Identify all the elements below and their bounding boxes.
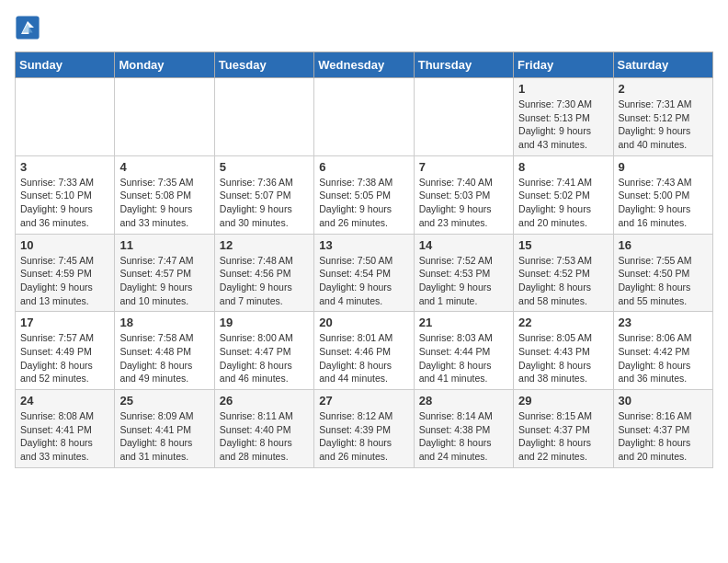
calendar-cell: 30Sunrise: 8:16 AM Sunset: 4:37 PM Dayli…: [613, 390, 712, 468]
day-number: 15: [518, 238, 608, 252]
day-number: 16: [619, 238, 708, 252]
day-info: Sunrise: 7:35 AM Sunset: 5:08 PM Dayligh…: [119, 176, 209, 230]
calendar-cell: 22Sunrise: 8:05 AM Sunset: 4:43 PM Dayli…: [514, 312, 613, 390]
day-number: 3: [20, 160, 109, 174]
day-number: 5: [220, 160, 309, 174]
calendar-cell: [16, 78, 115, 156]
day-info: Sunrise: 8:01 AM Sunset: 4:46 PM Dayligh…: [319, 331, 408, 385]
day-number: 6: [319, 160, 408, 174]
day-info: Sunrise: 7:33 AM Sunset: 5:10 PM Dayligh…: [20, 176, 109, 230]
calendar-cell: 12Sunrise: 7:48 AM Sunset: 4:56 PM Dayli…: [214, 234, 313, 312]
calendar-cell: 27Sunrise: 8:12 AM Sunset: 4:39 PM Dayli…: [314, 390, 414, 468]
day-info: Sunrise: 7:55 AM Sunset: 4:50 PM Dayligh…: [619, 254, 708, 308]
calendar-cell: 21Sunrise: 8:03 AM Sunset: 4:44 PM Dayli…: [414, 312, 513, 390]
day-info: Sunrise: 7:50 AM Sunset: 4:54 PM Dayligh…: [319, 254, 408, 308]
weekday-header: Monday: [115, 52, 214, 78]
calendar-header-row: SundayMondayTuesdayWednesdayThursdayFrid…: [16, 52, 713, 78]
calendar-cell: [214, 78, 313, 156]
calendar-cell: 23Sunrise: 8:06 AM Sunset: 4:42 PM Dayli…: [613, 312, 712, 390]
calendar-cell: 16Sunrise: 7:55 AM Sunset: 4:50 PM Dayli…: [613, 234, 712, 312]
weekday-header: Sunday: [16, 52, 115, 78]
calendar-cell: 18Sunrise: 7:58 AM Sunset: 4:48 PM Dayli…: [115, 312, 214, 390]
day-number: 4: [119, 160, 209, 174]
calendar-cell: 19Sunrise: 8:00 AM Sunset: 4:47 PM Dayli…: [214, 312, 313, 390]
calendar-cell: 2Sunrise: 7:31 AM Sunset: 5:12 PM Daylig…: [613, 78, 712, 156]
weekday-header: Wednesday: [314, 52, 414, 78]
day-info: Sunrise: 8:00 AM Sunset: 4:47 PM Dayligh…: [220, 331, 309, 385]
day-info: Sunrise: 7:36 AM Sunset: 5:07 PM Dayligh…: [220, 176, 309, 230]
weekday-header: Saturday: [613, 52, 712, 78]
calendar-table: SundayMondayTuesdayWednesdayThursdayFrid…: [15, 52, 713, 468]
day-number: 8: [518, 160, 608, 174]
day-info: Sunrise: 7:40 AM Sunset: 5:03 PM Dayligh…: [419, 176, 508, 230]
day-number: 19: [220, 316, 309, 329]
day-info: Sunrise: 8:15 AM Sunset: 4:37 PM Dayligh…: [518, 409, 608, 464]
day-number: 9: [619, 160, 708, 174]
calendar-cell: 20Sunrise: 8:01 AM Sunset: 4:46 PM Dayli…: [314, 312, 414, 390]
calendar-cell: 28Sunrise: 8:14 AM Sunset: 4:38 PM Dayli…: [414, 390, 513, 468]
calendar-cell: 25Sunrise: 8:09 AM Sunset: 4:41 PM Dayli…: [115, 390, 214, 468]
calendar-cell: 11Sunrise: 7:47 AM Sunset: 4:57 PM Dayli…: [115, 234, 214, 312]
day-info: Sunrise: 8:08 AM Sunset: 4:41 PM Dayligh…: [20, 409, 109, 464]
calendar-week-row: 24Sunrise: 8:08 AM Sunset: 4:41 PM Dayli…: [16, 390, 713, 468]
calendar-cell: 13Sunrise: 7:50 AM Sunset: 4:54 PM Dayli…: [314, 234, 414, 312]
calendar-week-row: 17Sunrise: 7:57 AM Sunset: 4:49 PM Dayli…: [16, 312, 713, 390]
day-info: Sunrise: 7:30 AM Sunset: 5:13 PM Dayligh…: [518, 98, 608, 152]
calendar-cell: 7Sunrise: 7:40 AM Sunset: 5:03 PM Daylig…: [414, 155, 513, 234]
day-number: 13: [319, 238, 408, 252]
page-header: [15, 15, 713, 40]
calendar-cell: 14Sunrise: 7:52 AM Sunset: 4:53 PM Dayli…: [414, 234, 513, 312]
calendar-cell: 4Sunrise: 7:35 AM Sunset: 5:08 PM Daylig…: [115, 155, 214, 234]
calendar-week-row: 10Sunrise: 7:45 AM Sunset: 4:59 PM Dayli…: [16, 234, 713, 312]
calendar-cell: 9Sunrise: 7:43 AM Sunset: 5:00 PM Daylig…: [613, 155, 712, 234]
calendar-cell: 8Sunrise: 7:41 AM Sunset: 5:02 PM Daylig…: [514, 155, 613, 234]
day-number: 12: [220, 238, 309, 252]
day-info: Sunrise: 7:52 AM Sunset: 4:53 PM Dayligh…: [419, 254, 508, 308]
day-info: Sunrise: 7:57 AM Sunset: 4:49 PM Dayligh…: [20, 331, 109, 385]
logo-icon: [15, 15, 40, 40]
calendar-cell: [115, 78, 214, 156]
day-number: 22: [518, 316, 608, 329]
day-number: 11: [119, 238, 209, 252]
day-number: 29: [518, 394, 608, 408]
calendar-cell: 6Sunrise: 7:38 AM Sunset: 5:05 PM Daylig…: [314, 155, 414, 234]
calendar-week-row: 3Sunrise: 7:33 AM Sunset: 5:10 PM Daylig…: [16, 155, 713, 234]
logo: [15, 15, 42, 40]
day-number: 25: [119, 394, 209, 408]
calendar-cell: 10Sunrise: 7:45 AM Sunset: 4:59 PM Dayli…: [16, 234, 115, 312]
calendar-cell: [314, 78, 414, 156]
day-number: 18: [119, 316, 209, 329]
day-info: Sunrise: 8:14 AM Sunset: 4:38 PM Dayligh…: [419, 409, 508, 464]
weekday-header: Thursday: [414, 52, 513, 78]
day-info: Sunrise: 7:58 AM Sunset: 4:48 PM Dayligh…: [119, 331, 209, 385]
day-number: 17: [20, 316, 109, 329]
calendar-cell: 5Sunrise: 7:36 AM Sunset: 5:07 PM Daylig…: [214, 155, 313, 234]
day-number: 23: [619, 316, 708, 329]
day-info: Sunrise: 8:11 AM Sunset: 4:40 PM Dayligh…: [220, 409, 309, 464]
day-info: Sunrise: 7:47 AM Sunset: 4:57 PM Dayligh…: [119, 254, 209, 308]
calendar-cell: 24Sunrise: 8:08 AM Sunset: 4:41 PM Dayli…: [16, 390, 115, 468]
day-number: 30: [619, 394, 708, 408]
day-info: Sunrise: 7:43 AM Sunset: 5:00 PM Dayligh…: [619, 176, 708, 230]
day-info: Sunrise: 8:12 AM Sunset: 4:39 PM Dayligh…: [319, 409, 408, 464]
day-number: 7: [419, 160, 508, 174]
day-number: 27: [319, 394, 408, 408]
day-number: 24: [20, 394, 109, 408]
calendar-cell: 26Sunrise: 8:11 AM Sunset: 4:40 PM Dayli…: [214, 390, 313, 468]
day-info: Sunrise: 8:05 AM Sunset: 4:43 PM Dayligh…: [518, 331, 608, 385]
calendar-cell: 3Sunrise: 7:33 AM Sunset: 5:10 PM Daylig…: [16, 155, 115, 234]
calendar-cell: 17Sunrise: 7:57 AM Sunset: 4:49 PM Dayli…: [16, 312, 115, 390]
weekday-header: Tuesday: [214, 52, 313, 78]
day-info: Sunrise: 7:48 AM Sunset: 4:56 PM Dayligh…: [220, 254, 309, 308]
day-info: Sunrise: 7:45 AM Sunset: 4:59 PM Dayligh…: [20, 254, 109, 308]
calendar-cell: 29Sunrise: 8:15 AM Sunset: 4:37 PM Dayli…: [514, 390, 613, 468]
calendar-cell: 1Sunrise: 7:30 AM Sunset: 5:13 PM Daylig…: [514, 78, 613, 156]
calendar-cell: [414, 78, 513, 156]
weekday-header: Friday: [514, 52, 613, 78]
day-info: Sunrise: 7:31 AM Sunset: 5:12 PM Dayligh…: [619, 98, 708, 152]
day-number: 1: [518, 82, 608, 96]
day-number: 10: [20, 238, 109, 252]
day-info: Sunrise: 7:41 AM Sunset: 5:02 PM Dayligh…: [518, 176, 608, 230]
day-number: 26: [220, 394, 309, 408]
day-info: Sunrise: 7:38 AM Sunset: 5:05 PM Dayligh…: [319, 176, 408, 230]
